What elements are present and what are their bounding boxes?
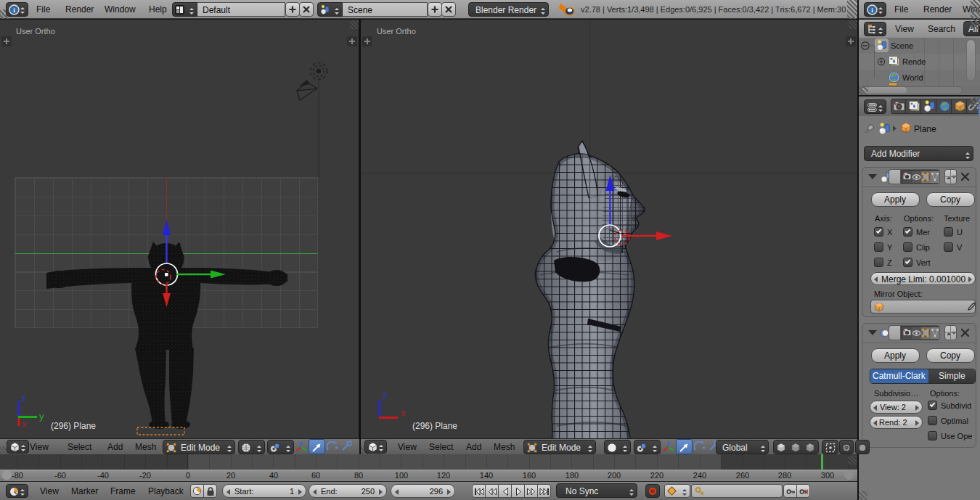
svg-text:x: x <box>401 407 406 418</box>
svg-text:z: z <box>383 390 388 401</box>
svg-text:x: x <box>22 419 27 430</box>
svg-text:y: y <box>39 411 44 422</box>
svg-text:z: z <box>21 393 26 403</box>
